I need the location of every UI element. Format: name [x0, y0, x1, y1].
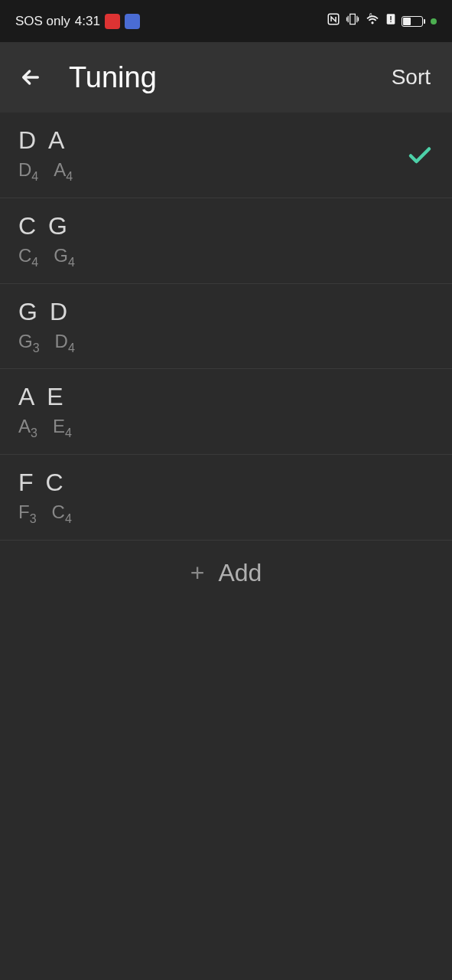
- tuning-item[interactable]: DA D4A4: [0, 113, 452, 198]
- tuning-list: DA D4A4 CG C4G4 GD G3D4: [0, 113, 452, 606]
- back-arrow-icon: [18, 65, 43, 90]
- tuning-content: DA D4A4: [18, 126, 88, 184]
- tuning-notes-primary: DA: [18, 126, 88, 155]
- app-bar: Tuning Sort: [0, 42, 452, 113]
- tuning-notes-primary: CG: [18, 212, 90, 240]
- svg-text:6: 6: [369, 13, 372, 18]
- activity-dot-icon: [431, 18, 437, 24]
- app-icon-red: [105, 14, 120, 29]
- add-button[interactable]: + Add: [0, 541, 452, 606]
- tuning-notes-secondary: D4A4: [18, 159, 88, 184]
- network-status: SOS only: [15, 14, 70, 29]
- checkmark-icon: [406, 141, 434, 168]
- tuning-notes-secondary: F3C4: [18, 501, 87, 526]
- tuning-notes-secondary: A3E4: [18, 416, 87, 440]
- alert-icon: [385, 13, 397, 29]
- tuning-notes-primary: FC: [18, 469, 87, 497]
- page-title: Tuning: [69, 61, 385, 94]
- plus-icon: +: [190, 559, 205, 587]
- tuning-item[interactable]: FC F3C4: [0, 455, 452, 541]
- svg-rect-3: [390, 16, 391, 20]
- tuning-notes-secondary: C4G4: [18, 245, 90, 270]
- tuning-notes-primary: GD: [18, 298, 90, 326]
- clock: 4:31: [75, 14, 100, 29]
- status-left: SOS only 4:31: [15, 14, 140, 29]
- tuning-item[interactable]: AE A3E4: [0, 369, 452, 455]
- app-icon-blue: [125, 14, 140, 29]
- tuning-content: CG C4G4: [18, 212, 90, 270]
- tuning-notes-primary: AE: [18, 383, 87, 411]
- tuning-content: AE A3E4: [18, 383, 87, 440]
- svg-rect-4: [390, 21, 391, 22]
- add-label: Add: [218, 559, 262, 587]
- back-button[interactable]: [15, 62, 46, 93]
- nfc-icon: [327, 12, 340, 30]
- tuning-notes-secondary: G3D4: [18, 331, 90, 355]
- tuning-content: FC F3C4: [18, 469, 87, 526]
- tuning-item[interactable]: GD G3D4: [0, 284, 452, 370]
- sort-button[interactable]: Sort: [385, 59, 437, 96]
- wifi-icon: 6: [365, 13, 380, 29]
- status-bar: SOS only 4:31 6: [0, 0, 452, 42]
- status-right: 6: [327, 11, 437, 31]
- tuning-content: GD G3D4: [18, 298, 90, 355]
- vibrate-icon: [345, 11, 360, 31]
- battery-icon: [402, 16, 423, 27]
- tuning-item[interactable]: CG C4G4: [0, 198, 452, 284]
